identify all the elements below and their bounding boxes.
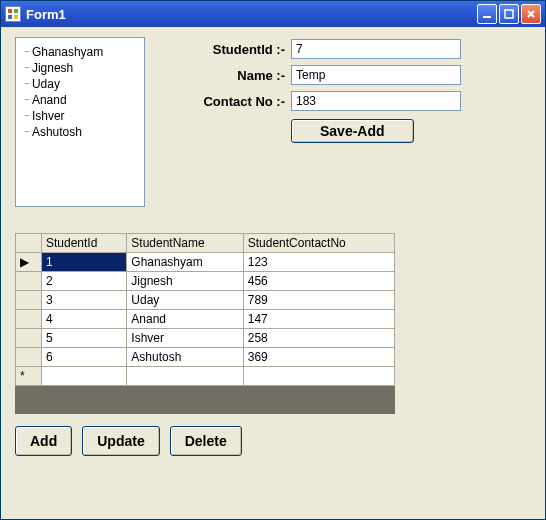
table-row[interactable]: 2Jignesh456: [16, 272, 395, 291]
contactno-label: Contact No :-: [165, 94, 285, 109]
row-header[interactable]: [16, 272, 42, 291]
grid-cell[interactable]: [127, 367, 243, 386]
tree-item-label: Ishver: [32, 108, 65, 124]
tree-item-label: Ghanashyam: [32, 44, 103, 60]
form-fields: StudentId :- Name :- Contact No :- Save-…: [165, 37, 531, 207]
student-tree[interactable]: ····Ghanashyam····Jignesh····Uday····Ana…: [15, 37, 145, 207]
row-header[interactable]: [16, 291, 42, 310]
tree-item[interactable]: ····Ashutosh: [24, 124, 136, 140]
grid-cell[interactable]: 789: [243, 291, 394, 310]
grid-corner[interactable]: [16, 234, 42, 253]
name-label: Name :-: [165, 68, 285, 83]
maximize-button[interactable]: [499, 4, 519, 24]
grid-cell[interactable]: Uday: [127, 291, 243, 310]
grid-cell[interactable]: 5: [42, 329, 127, 348]
row-header[interactable]: [16, 348, 42, 367]
grid-cell[interactable]: 258: [243, 329, 394, 348]
grid-cell[interactable]: Ghanashyam: [127, 253, 243, 272]
row-header[interactable]: [16, 329, 42, 348]
grid-cell[interactable]: 147: [243, 310, 394, 329]
name-input[interactable]: [291, 65, 461, 85]
tree-item-label: Anand: [32, 92, 67, 108]
tree-connector-icon: ····: [24, 44, 29, 60]
svg-rect-3: [14, 15, 18, 19]
grid-cell[interactable]: 6: [42, 348, 127, 367]
grid-cell[interactable]: 123: [243, 253, 394, 272]
data-grid[interactable]: StudentId StudentName StudentContactNo ▶…: [15, 233, 395, 386]
tree-connector-icon: ····: [24, 76, 29, 92]
studentid-input[interactable]: [291, 39, 461, 59]
window-buttons: [477, 4, 541, 24]
window-title: Form1: [26, 7, 477, 22]
delete-button[interactable]: Delete: [170, 426, 242, 456]
tree-connector-icon: ····: [24, 108, 29, 124]
svg-rect-4: [483, 16, 491, 18]
svg-rect-1: [14, 9, 18, 13]
svg-rect-2: [8, 15, 12, 19]
minimize-button[interactable]: [477, 4, 497, 24]
tree-connector-icon: ····: [24, 60, 29, 76]
grid-cell[interactable]: 2: [42, 272, 127, 291]
data-grid-container: StudentId StudentName StudentContactNo ▶…: [15, 233, 395, 414]
tree-item[interactable]: ····Anand: [24, 92, 136, 108]
client-area: ····Ghanashyam····Jignesh····Uday····Ana…: [1, 27, 545, 519]
grid-cell[interactable]: 369: [243, 348, 394, 367]
tree-item-label: Jignesh: [32, 60, 73, 76]
studentid-label: StudentId :-: [165, 42, 285, 57]
close-button[interactable]: [521, 4, 541, 24]
save-add-button[interactable]: Save-Add: [291, 119, 414, 143]
grid-cell[interactable]: Ashutosh: [127, 348, 243, 367]
table-row[interactable]: ▶1Ghanashyam123: [16, 253, 395, 272]
tree-item[interactable]: ····Uday: [24, 76, 136, 92]
grid-col-studentid[interactable]: StudentId: [42, 234, 127, 253]
table-row[interactable]: 4Anand147: [16, 310, 395, 329]
svg-rect-0: [8, 9, 12, 13]
bottom-button-bar: Add Update Delete: [15, 426, 531, 456]
grid-cell[interactable]: Ishver: [127, 329, 243, 348]
tree-connector-icon: ····: [24, 124, 29, 140]
row-header-new[interactable]: *: [16, 367, 42, 386]
tree-item-label: Uday: [32, 76, 60, 92]
table-row[interactable]: 5Ishver258: [16, 329, 395, 348]
table-row[interactable]: 6Ashutosh369: [16, 348, 395, 367]
grid-cell[interactable]: Jignesh: [127, 272, 243, 291]
tree-connector-icon: ····: [24, 92, 29, 108]
titlebar: Form1: [1, 1, 545, 27]
table-row[interactable]: 3Uday789: [16, 291, 395, 310]
grid-cell[interactable]: 4: [42, 310, 127, 329]
tree-item[interactable]: ····Ghanashyam: [24, 44, 136, 60]
grid-cell[interactable]: Anand: [127, 310, 243, 329]
add-button[interactable]: Add: [15, 426, 72, 456]
tree-item[interactable]: ····Ishver: [24, 108, 136, 124]
grid-col-studentname[interactable]: StudentName: [127, 234, 243, 253]
grid-cell[interactable]: 1: [42, 253, 127, 272]
row-header[interactable]: [16, 310, 42, 329]
row-header[interactable]: ▶: [16, 253, 42, 272]
grid-cell[interactable]: 3: [42, 291, 127, 310]
tree-item[interactable]: ····Jignesh: [24, 60, 136, 76]
grid-cell[interactable]: 456: [243, 272, 394, 291]
grid-padding: [15, 386, 395, 414]
new-row[interactable]: *: [16, 367, 395, 386]
svg-rect-5: [505, 10, 513, 18]
grid-cell[interactable]: [42, 367, 127, 386]
grid-col-contactno[interactable]: StudentContactNo: [243, 234, 394, 253]
update-button[interactable]: Update: [82, 426, 159, 456]
app-icon: [5, 6, 21, 22]
app-window: Form1 ····Ghanashyam····Jignesh····Uday·…: [0, 0, 546, 520]
tree-item-label: Ashutosh: [32, 124, 82, 140]
contactno-input[interactable]: [291, 91, 461, 111]
grid-cell[interactable]: [243, 367, 394, 386]
